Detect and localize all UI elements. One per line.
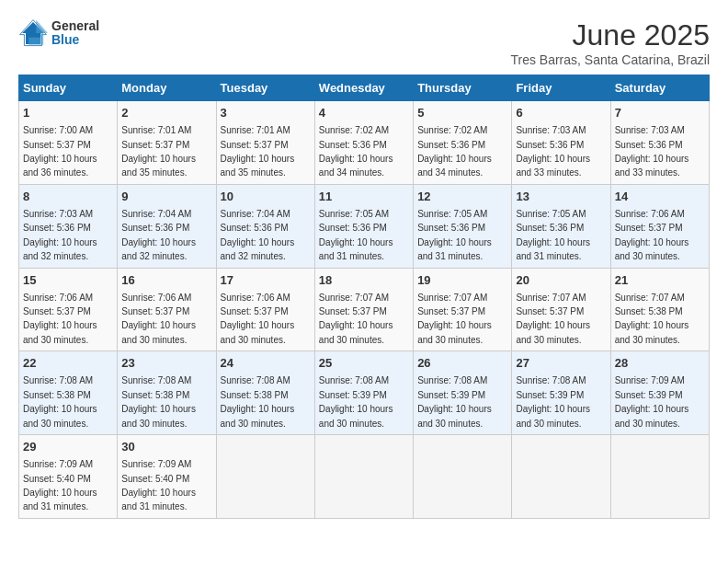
day-info: Sunrise: 7:03 AMSunset: 5:36 PMDaylight:… xyxy=(615,125,689,178)
logo-general: General xyxy=(51,19,99,33)
calendar-cell xyxy=(512,435,610,519)
day-info: Sunrise: 7:02 AMSunset: 5:36 PMDaylight:… xyxy=(319,125,393,178)
day-number: 8 xyxy=(23,189,113,205)
calendar-cell: 24 Sunrise: 7:08 AMSunset: 5:38 PMDaylig… xyxy=(216,351,314,435)
day-info: Sunrise: 7:07 AMSunset: 5:37 PMDaylight:… xyxy=(516,293,590,345)
logo: General Blue xyxy=(18,18,99,48)
calendar-cell: 28 Sunrise: 7:09 AMSunset: 5:39 PMDaylig… xyxy=(610,351,709,435)
day-info: Sunrise: 7:07 AMSunset: 5:37 PMDaylight:… xyxy=(319,293,393,345)
day-info: Sunrise: 7:01 AMSunset: 5:37 PMDaylight:… xyxy=(221,125,295,178)
day-number: 13 xyxy=(516,189,606,205)
day-number: 10 xyxy=(221,189,311,205)
day-info: Sunrise: 7:06 AMSunset: 5:37 PMDaylight:… xyxy=(221,293,295,345)
calendar-cell: 3 Sunrise: 7:01 AMSunset: 5:37 PMDayligh… xyxy=(216,101,314,185)
day-number: 11 xyxy=(319,189,409,205)
week-row-4: 22 Sunrise: 7:08 AMSunset: 5:38 PMDaylig… xyxy=(19,351,710,435)
title-area: June 2025 Tres Barras, Santa Catarina, B… xyxy=(510,18,710,67)
calendar-cell: 27 Sunrise: 7:08 AMSunset: 5:39 PMDaylig… xyxy=(512,351,610,435)
day-number: 29 xyxy=(23,439,113,455)
day-number: 15 xyxy=(23,272,113,289)
day-number: 7 xyxy=(615,105,705,121)
calendar-cell: 29 Sunrise: 7:09 AMSunset: 5:40 PMDaylig… xyxy=(19,435,118,519)
day-info: Sunrise: 7:08 AMSunset: 5:39 PMDaylight:… xyxy=(319,375,393,428)
day-number: 18 xyxy=(319,272,409,289)
day-number: 28 xyxy=(615,355,705,372)
day-number: 22 xyxy=(23,355,113,372)
day-info: Sunrise: 7:05 AMSunset: 5:36 PMDaylight:… xyxy=(516,209,590,261)
calendar-table: Sunday Monday Tuesday Wednesday Thursday… xyxy=(18,75,710,519)
calendar-cell: 26 Sunrise: 7:08 AMSunset: 5:39 PMDaylig… xyxy=(414,351,512,435)
day-info: Sunrise: 7:06 AMSunset: 5:37 PMDaylight:… xyxy=(121,293,196,345)
day-info: Sunrise: 7:09 AMSunset: 5:39 PMDaylight:… xyxy=(615,375,689,428)
calendar-cell: 25 Sunrise: 7:08 AMSunset: 5:39 PMDaylig… xyxy=(314,351,413,435)
day-info: Sunrise: 7:06 AMSunset: 5:37 PMDaylight:… xyxy=(23,293,97,345)
calendar-cell: 6 Sunrise: 7:03 AMSunset: 5:36 PMDayligh… xyxy=(512,101,610,185)
calendar-cell: 4 Sunrise: 7:02 AMSunset: 5:36 PMDayligh… xyxy=(314,101,413,185)
logo-text: General Blue xyxy=(51,19,99,48)
calendar-cell: 10 Sunrise: 7:04 AMSunset: 5:36 PMDaylig… xyxy=(216,184,314,268)
day-number: 30 xyxy=(121,439,211,455)
calendar-cell: 2 Sunrise: 7:01 AMSunset: 5:37 PMDayligh… xyxy=(118,101,216,185)
day-info: Sunrise: 7:08 AMSunset: 5:38 PMDaylight:… xyxy=(23,375,97,428)
calendar-cell: 1 Sunrise: 7:00 AMSunset: 5:37 PMDayligh… xyxy=(19,101,118,185)
calendar-cell: 21 Sunrise: 7:07 AMSunset: 5:38 PMDaylig… xyxy=(610,268,709,351)
day-info: Sunrise: 7:08 AMSunset: 5:39 PMDaylight:… xyxy=(417,375,492,428)
day-info: Sunrise: 7:03 AMSunset: 5:36 PMDaylight:… xyxy=(516,125,590,178)
day-number: 16 xyxy=(121,272,211,289)
day-info: Sunrise: 7:07 AMSunset: 5:38 PMDaylight:… xyxy=(615,293,689,345)
calendar-cell: 17 Sunrise: 7:06 AMSunset: 5:37 PMDaylig… xyxy=(216,268,314,351)
calendar-cell: 16 Sunrise: 7:06 AMSunset: 5:37 PMDaylig… xyxy=(118,268,216,351)
day-info: Sunrise: 7:04 AMSunset: 5:36 PMDaylight:… xyxy=(221,209,295,261)
calendar-cell: 5 Sunrise: 7:02 AMSunset: 5:36 PMDayligh… xyxy=(414,101,512,185)
col-saturday: Saturday xyxy=(610,75,709,101)
day-number: 17 xyxy=(221,272,311,289)
logo-icon xyxy=(18,18,48,48)
week-row-1: 1 Sunrise: 7:00 AMSunset: 5:37 PMDayligh… xyxy=(19,101,710,185)
col-sunday: Sunday xyxy=(19,75,118,101)
calendar-cell: 30 Sunrise: 7:09 AMSunset: 5:40 PMDaylig… xyxy=(118,435,216,519)
day-number: 27 xyxy=(516,355,606,372)
calendar-cell: 8 Sunrise: 7:03 AMSunset: 5:36 PMDayligh… xyxy=(19,184,118,268)
calendar-cell: 7 Sunrise: 7:03 AMSunset: 5:36 PMDayligh… xyxy=(610,101,709,185)
col-tuesday: Tuesday xyxy=(216,75,314,101)
week-row-2: 8 Sunrise: 7:03 AMSunset: 5:36 PMDayligh… xyxy=(19,184,710,268)
location: Tres Barras, Santa Catarina, Brazil xyxy=(510,52,710,67)
day-info: Sunrise: 7:05 AMSunset: 5:36 PMDaylight:… xyxy=(319,209,393,261)
calendar-header-row: Sunday Monday Tuesday Wednesday Thursday… xyxy=(19,75,710,101)
day-info: Sunrise: 7:00 AMSunset: 5:37 PMDaylight:… xyxy=(23,125,97,178)
calendar-cell: 12 Sunrise: 7:05 AMSunset: 5:36 PMDaylig… xyxy=(414,184,512,268)
calendar-cell: 20 Sunrise: 7:07 AMSunset: 5:37 PMDaylig… xyxy=(512,268,610,351)
day-number: 4 xyxy=(319,105,409,121)
day-info: Sunrise: 7:09 AMSunset: 5:40 PMDaylight:… xyxy=(23,459,97,511)
day-info: Sunrise: 7:03 AMSunset: 5:36 PMDaylight:… xyxy=(23,209,97,261)
col-monday: Monday xyxy=(118,75,216,101)
day-number: 2 xyxy=(121,105,211,121)
day-number: 25 xyxy=(319,355,409,372)
calendar-cell: 13 Sunrise: 7:05 AMSunset: 5:36 PMDaylig… xyxy=(512,184,610,268)
calendar-cell xyxy=(610,435,709,519)
day-info: Sunrise: 7:09 AMSunset: 5:40 PMDaylight:… xyxy=(121,459,196,511)
day-number: 9 xyxy=(121,189,211,205)
day-number: 1 xyxy=(23,105,113,121)
col-thursday: Thursday xyxy=(414,75,512,101)
day-number: 19 xyxy=(417,272,507,289)
day-number: 5 xyxy=(417,105,507,121)
logo-blue: Blue xyxy=(51,33,99,47)
calendar-cell: 14 Sunrise: 7:06 AMSunset: 5:37 PMDaylig… xyxy=(610,184,709,268)
col-friday: Friday xyxy=(512,75,610,101)
day-info: Sunrise: 7:06 AMSunset: 5:37 PMDaylight:… xyxy=(615,209,689,261)
calendar-cell xyxy=(314,435,413,519)
calendar-cell: 11 Sunrise: 7:05 AMSunset: 5:36 PMDaylig… xyxy=(314,184,413,268)
calendar-cell: 18 Sunrise: 7:07 AMSunset: 5:37 PMDaylig… xyxy=(314,268,413,351)
day-info: Sunrise: 7:02 AMSunset: 5:36 PMDaylight:… xyxy=(417,125,492,178)
col-wednesday: Wednesday xyxy=(314,75,413,101)
day-number: 3 xyxy=(221,105,311,121)
calendar-cell: 9 Sunrise: 7:04 AMSunset: 5:36 PMDayligh… xyxy=(118,184,216,268)
day-info: Sunrise: 7:01 AMSunset: 5:37 PMDaylight:… xyxy=(121,125,196,178)
day-info: Sunrise: 7:08 AMSunset: 5:39 PMDaylight:… xyxy=(516,375,590,428)
calendar-cell xyxy=(414,435,512,519)
day-info: Sunrise: 7:05 AMSunset: 5:36 PMDaylight:… xyxy=(417,209,492,261)
day-info: Sunrise: 7:08 AMSunset: 5:38 PMDaylight:… xyxy=(221,375,295,428)
week-row-5: 29 Sunrise: 7:09 AMSunset: 5:40 PMDaylig… xyxy=(19,435,710,519)
calendar-cell: 15 Sunrise: 7:06 AMSunset: 5:37 PMDaylig… xyxy=(19,268,118,351)
